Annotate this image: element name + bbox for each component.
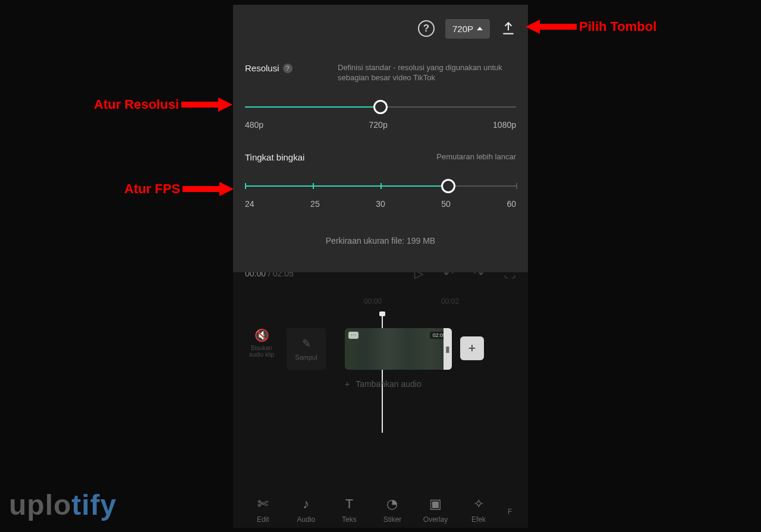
watermark-part1: uplo <box>9 489 71 521</box>
resolution-section: Resolusi ? Definisi standar - resolusi y… <box>245 63 516 130</box>
toolbar-effect[interactable]: ✧ Efek <box>461 496 496 524</box>
bottom-toolbar: ✄ Edit ♪ Audio T Teks ◔ Stiker ▣ Overlay… <box>233 486 528 532</box>
resolution-labels: 480p 720p 1080p <box>245 120 516 130</box>
slider-fill <box>245 185 448 187</box>
framerate-section: Tingkat bingkai Pemutaran lebih lancar 2… <box>245 152 516 209</box>
pencil-icon: ✎ <box>302 337 311 350</box>
toolbar-more[interactable]: F <box>504 504 516 516</box>
speaker-mute-icon: 🔇 <box>245 328 278 342</box>
framerate-title: Tingkat bingkai <box>245 152 304 162</box>
slider-label: 30 <box>376 199 385 209</box>
toolbar-label: Efek <box>471 515 486 524</box>
toolbar-label: Overlay <box>423 515 448 524</box>
slider-label: 60 <box>507 199 516 209</box>
export-panel: ? 720P Resolusi ? Definisi standar <box>233 5 528 272</box>
clip-handle-right[interactable]: ▮ <box>444 328 452 370</box>
watermark-part2: tify <box>71 489 117 521</box>
sticker-icon: ◔ <box>375 496 410 512</box>
resolution-dropdown-label: 720P <box>452 24 473 34</box>
slider-label: 25 <box>310 199 320 209</box>
toolbar-overlay[interactable]: ▣ Overlay <box>418 496 454 524</box>
music-icon: ♪ <box>288 496 324 512</box>
arrow-left-icon <box>526 18 577 36</box>
add-audio-button[interactable]: + Tambahkan audio <box>345 379 452 389</box>
annotation-atur-fps: Atur FPS <box>124 180 234 198</box>
annotation-text: Atur Resolusi <box>94 97 179 112</box>
framerate-slider[interactable] <box>245 179 516 193</box>
video-clip[interactable]: ⋯ 02:05 ▮ <box>345 328 452 370</box>
export-top-bar: ? 720P <box>245 17 516 40</box>
toolbar-label: Stiker <box>383 515 402 524</box>
slider-label: 1080p <box>493 120 516 130</box>
clip-area: ⋯ 02:05 ▮ + + Tambahkan audio <box>345 328 452 389</box>
resolution-dropdown[interactable]: 720P <box>445 19 490 39</box>
export-button[interactable] <box>501 21 516 36</box>
toolbar-sticker[interactable]: ◔ Stiker <box>375 496 410 524</box>
svg-marker-2 <box>183 182 234 196</box>
question-icon[interactable]: ? <box>283 64 293 73</box>
timeline-left-controls: 🔇 Bisukan audio klip ✎ Sampul <box>245 328 326 370</box>
annotation-text: Atur FPS <box>124 181 180 197</box>
help-icon[interactable]: ? <box>418 20 435 37</box>
resolution-title: Resolusi <box>245 63 279 73</box>
toolbar-audio[interactable]: ♪ Audio <box>288 496 324 524</box>
slider-label: 720p <box>369 120 388 130</box>
framerate-description: Pemutaran lebih lancar <box>436 152 516 162</box>
toolbar-label: Teks <box>342 515 357 524</box>
cover-button[interactable]: ✎ Sampul <box>287 328 326 370</box>
clip-options-icon[interactable]: ⋯ <box>348 332 359 339</box>
add-clip-button[interactable]: + <box>460 336 484 360</box>
resolution-head: Resolusi ? Definisi standar - resolusi y… <box>245 63 516 83</box>
ruler-time: 00:00 <box>364 297 382 306</box>
editor-underlay: 00:00 / 02:05 ▷ ↶ ↷ ⛶ 00:00 00:02 🔇 Bisu… <box>233 266 528 532</box>
slider-tick <box>516 183 517 189</box>
ruler-times: 00:00 00:02 <box>364 297 516 306</box>
ruler-time: 00:02 <box>441 297 459 306</box>
estimated-filesize: Perkiraan ukuran file: 199 MB <box>245 236 516 245</box>
slider-label: 480p <box>245 120 263 130</box>
overlay-icon: ▣ <box>418 496 454 512</box>
plus-icon: + <box>345 379 350 389</box>
toolbar-edit[interactable]: ✄ Edit <box>245 496 281 524</box>
framerate-labels: 24 25 30 50 60 <box>245 199 516 209</box>
slider-label: 24 <box>245 199 254 209</box>
toolbar-label: F <box>508 508 512 516</box>
annotation-pilih-tombol: Pilih Tombol <box>526 18 656 36</box>
slider-label: 50 <box>441 199 451 209</box>
toolbar-label: Audio <box>297 515 315 524</box>
resolution-description: Definisi standar - resolusi yang digunak… <box>338 63 516 83</box>
cover-label: Sampul <box>295 354 317 361</box>
framerate-head: Tingkat bingkai Pemutaran lebih lancar <box>245 152 516 162</box>
mute-clip-audio[interactable]: 🔇 Bisukan audio klip <box>245 328 278 358</box>
mute-label: Bisukan audio klip <box>249 345 274 358</box>
toolbar-text[interactable]: T Teks <box>331 496 367 524</box>
app-container: 00:00 / 02:05 ▷ ↶ ↷ ⛶ 00:00 00:02 🔇 Bisu… <box>233 5 528 528</box>
sparkle-icon: ✧ <box>461 496 496 512</box>
annotation-text: Pilih Tombol <box>579 19 656 34</box>
slider-thumb[interactable] <box>373 100 388 114</box>
toolbar-label: Edit <box>257 515 269 524</box>
triangle-up-icon <box>477 27 483 30</box>
svg-marker-0 <box>526 20 577 34</box>
timeline: 🔇 Bisukan audio klip ✎ Sampul ⋯ 02:05 ▮ … <box>245 328 516 389</box>
slider-fill <box>245 106 380 108</box>
arrow-right-icon <box>181 96 232 114</box>
scissors-icon: ✄ <box>245 496 281 512</box>
text-icon: T <box>331 496 367 512</box>
arrow-right-icon <box>183 180 234 198</box>
slider-thumb[interactable] <box>441 179 455 193</box>
resolution-slider[interactable] <box>245 100 516 114</box>
watermark: uplotify <box>9 489 117 521</box>
add-audio-label: Tambahkan audio <box>356 379 422 389</box>
svg-marker-1 <box>181 97 232 112</box>
annotation-atur-resolusi: Atur Resolusi <box>94 96 232 114</box>
